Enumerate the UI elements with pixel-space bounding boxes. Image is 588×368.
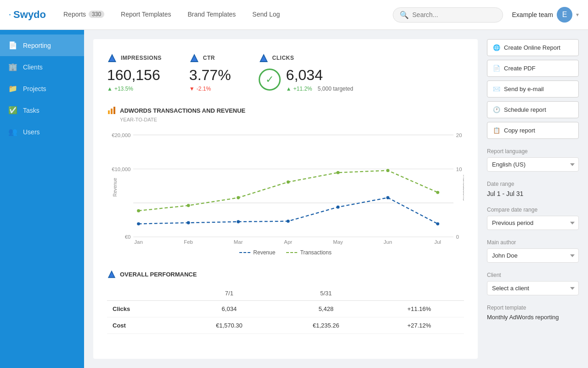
main-layout: 📄 Reporting 🏢 Clients 📁 Projects ✅ Tasks… (0, 30, 588, 368)
metrics-row: IMPRESSIONS 160,156 ▲ +13.5% (107, 53, 464, 92)
template-label: Report template (487, 305, 579, 311)
reporting-icon: 📄 (8, 41, 17, 50)
send-email-button[interactable]: ✉️ Send by e-mail (487, 80, 579, 98)
svg-text:Revenue: Revenue (113, 178, 118, 196)
adwords-icon-clicks (259, 53, 269, 63)
tab-send-log[interactable]: Send Log (244, 0, 288, 30)
top-nav: S Swydo Reports 330 Report Templates Bra… (0, 0, 588, 30)
logo-text: Swydo (13, 9, 46, 21)
date-range-section: Date range Jul 1 - Jul 31 (487, 181, 579, 197)
adwords-icon-perf (107, 270, 116, 279)
col-date1: 7/1 (181, 286, 277, 301)
create-online-report-button[interactable]: 🌐 Create Online Report (487, 39, 579, 56)
ctr-label: CTR (203, 55, 215, 61)
tab-brand-templates[interactable]: Brand Templates (180, 0, 244, 30)
sidebar-item-clients[interactable]: 🏢 Clients (0, 56, 84, 78)
val1: €1,570.30 (181, 317, 277, 334)
create-pdf-button[interactable]: 📄 Create PDF (487, 60, 579, 77)
avatar: E (557, 7, 572, 23)
clock-icon: 🕐 (493, 106, 500, 113)
date-range-value[interactable]: Jul 1 - Jul 31 (487, 190, 579, 197)
compare-date-section: Compare date range Previous period (487, 207, 579, 230)
sidebar-item-label: Clients (23, 63, 43, 71)
tab-reports[interactable]: Reports 330 (55, 0, 113, 30)
author-select[interactable]: John Doe (487, 248, 579, 263)
svg-point-27 (336, 206, 339, 209)
template-section: Report template Monthly AdWords reportin… (487, 305, 579, 321)
legend-transactions: Transactions (286, 249, 331, 256)
author-section: Main author John Doe (487, 239, 579, 263)
projects-icon: 📁 (8, 84, 17, 93)
sidebar-item-projects[interactable]: 📁 Projects (0, 78, 84, 99)
chevron-down-icon: ▾ (576, 12, 579, 18)
svg-point-24 (187, 221, 190, 224)
client-select[interactable]: Select a client (487, 281, 579, 295)
down-arrow-icon: ▼ (189, 86, 195, 92)
svg-text:Feb: Feb (184, 239, 193, 245)
language-section: Report language English (US) (487, 148, 579, 172)
sidebar-item-tasks[interactable]: ✅ Tasks (0, 99, 84, 121)
client-label: Client (487, 272, 579, 278)
language-label: Report language (487, 148, 579, 155)
sidebar-item-label: Projects (23, 85, 46, 92)
swydo-logo-icon: S (9, 7, 11, 22)
legend-revenue: Revenue (239, 249, 275, 256)
svg-text:€0: €0 (125, 235, 131, 240)
svg-text:S: S (10, 14, 10, 15)
language-select[interactable]: English (US) (487, 157, 579, 172)
template-value: Monthly AdWords reporting (487, 314, 579, 321)
svg-text:10: 10 (456, 167, 462, 172)
change: +11.16% (374, 301, 464, 317)
impressions-change: ▲ +13.5% (107, 86, 162, 92)
svg-text:€10,000: €10,000 (112, 167, 130, 172)
sidebar: 📄 Reporting 🏢 Clients 📁 Projects ✅ Tasks… (0, 30, 84, 368)
table-row: Clicks 6,034 5,428 +11.16% (107, 301, 464, 317)
ctr-change: ▼ -2.1% (189, 86, 231, 92)
svg-point-31 (187, 204, 190, 207)
performance-table-section: OVERALL PERFORMANCE 7/1 5/31 Clicks 6,03… (107, 270, 464, 334)
svg-point-28 (386, 196, 390, 199)
svg-text:Jan: Jan (134, 239, 142, 245)
svg-text:May: May (333, 239, 343, 245)
chart-section: ADWORDS TRANSACTIONS AND REVENUE YEAR-TO… (107, 106, 464, 256)
metric-name: Clicks (107, 301, 181, 317)
search-input[interactable] (413, 11, 496, 18)
copy-report-button[interactable]: 📋 Copy report (487, 122, 579, 139)
tab-report-templates[interactable]: Report Templates (113, 0, 179, 30)
col-change (374, 286, 464, 301)
svg-point-30 (137, 209, 140, 213)
metric-impressions: IMPRESSIONS 160,156 ▲ +13.5% (107, 53, 162, 92)
svg-point-29 (436, 222, 439, 225)
transactions-line-icon (286, 252, 297, 253)
sidebar-item-users[interactable]: 👥 Users (0, 121, 84, 143)
adwords-icon-ctr (189, 53, 199, 63)
svg-text:Mar: Mar (234, 239, 243, 245)
compare-row: Previous period (487, 216, 579, 230)
report-panel: IMPRESSIONS 160,156 ▲ +13.5% (93, 39, 478, 359)
check-circle-icon: ✓ (259, 69, 281, 91)
sidebar-item-label: Tasks (23, 107, 40, 114)
compare-select[interactable]: Previous period (487, 216, 579, 230)
sidebar-item-label: Reporting (23, 42, 51, 49)
chart-svg: €20,000 €10,000 €0 20 10 0 Transactions … (107, 130, 464, 245)
clients-icon: 🏢 (8, 63, 17, 71)
tasks-icon: ✅ (8, 106, 17, 115)
svg-text:20: 20 (456, 132, 462, 138)
search-box[interactable]: 🔍 (393, 7, 503, 23)
svg-point-34 (336, 171, 339, 174)
user-menu[interactable]: Example team E ▾ (512, 7, 579, 23)
val1: 6,034 (181, 301, 277, 317)
schedule-report-button[interactable]: 🕐 Schedule report (487, 101, 579, 118)
metric-clicks: CLICKS ✓ 6,034 ▲ +11.2% 5,000 targeted (259, 53, 353, 92)
up-arrow-icon: ▲ (286, 86, 292, 92)
metric-ctr: CTR 3.77% ▼ -2.1% (189, 53, 231, 92)
sidebar-item-reporting[interactable]: 📄 Reporting (0, 34, 84, 56)
app-logo: S Swydo (9, 7, 46, 22)
svg-rect-8 (108, 110, 110, 114)
clicks-value: 6,034 (286, 67, 353, 84)
compare-date-label: Compare date range (487, 207, 579, 213)
clicks-change: ▲ +11.2% 5,000 targeted (286, 86, 353, 92)
col-date2: 5/31 (277, 286, 374, 301)
user-name: Example team (512, 11, 553, 18)
revenue-line-icon (239, 252, 250, 253)
